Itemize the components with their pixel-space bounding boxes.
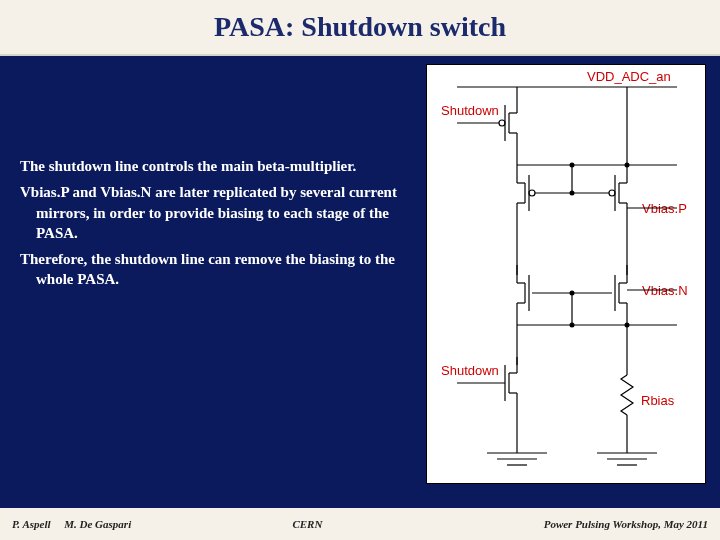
- author-1: P. Aspell: [12, 518, 51, 530]
- slide-root: PASA: Shutdown switch The shutdown line …: [0, 0, 720, 540]
- content-area: The shutdown line controls the main beta…: [0, 56, 720, 508]
- svg-point-8: [499, 120, 505, 126]
- circuit-schematic: VDD_ADC_an Shutdown: [426, 64, 706, 484]
- schematic-svg: VDD_ADC_an Shutdown: [427, 65, 707, 485]
- svg-point-20: [529, 190, 535, 196]
- paragraph-3: Therefore, the shutdown line can remove …: [20, 249, 400, 290]
- body-text: The shutdown line controls the main beta…: [20, 156, 400, 296]
- svg-point-27: [609, 190, 615, 196]
- label-shutdown-bottom: Shutdown: [441, 363, 499, 378]
- title-bar: PASA: Shutdown switch: [0, 0, 720, 56]
- paragraph-2: Vbias.P and Vbias.N are later replicated…: [20, 182, 400, 243]
- label-rbias: Rbias: [641, 393, 675, 408]
- svg-point-51: [570, 323, 575, 328]
- svg-point-31: [570, 163, 575, 168]
- slide-title: PASA: Shutdown switch: [214, 11, 506, 43]
- footer-event: Power Pulsing Workshop, May 2011: [544, 518, 708, 530]
- footer: P. Aspell M. De Gaspari CERN Power Pulsi…: [0, 508, 720, 540]
- paragraph-1: The shutdown line controls the main beta…: [20, 156, 400, 176]
- footer-org: CERN: [71, 518, 543, 530]
- label-vdd: VDD_ADC_an: [587, 69, 671, 84]
- label-shutdown-top: Shutdown: [441, 103, 499, 118]
